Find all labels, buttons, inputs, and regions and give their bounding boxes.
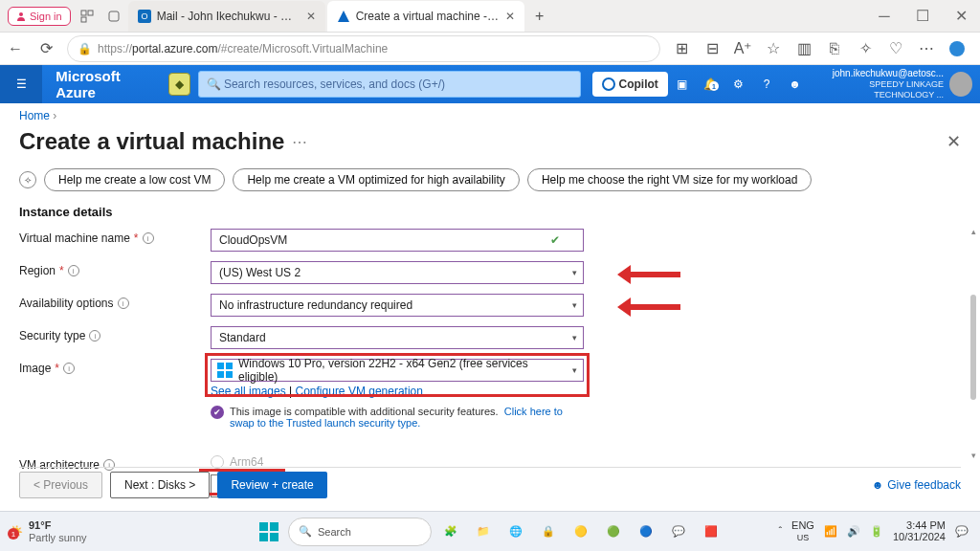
refresh-icon[interactable]: ⟳: [31, 33, 61, 64]
workspaces-icon[interactable]: [77, 6, 98, 27]
notifications-icon[interactable]: 🔔1: [696, 77, 724, 91]
address-bar[interactable]: 🔒 https://portal.azure.com/#create/Micro…: [67, 35, 660, 62]
close-window-icon[interactable]: ✕: [942, 0, 980, 33]
weather-widget[interactable]: ☀️ 91°F Partly sunny: [0, 519, 87, 542]
new-tab-button[interactable]: +: [526, 8, 553, 25]
feedback-icon[interactable]: ☻: [781, 77, 810, 91]
chip-vm-size[interactable]: Help me choose the right VM size for my …: [527, 168, 812, 191]
tab-label: Mail - John Ikechukwu - Outlook: [157, 10, 301, 23]
help-icon[interactable]: ?: [752, 77, 781, 91]
close-icon[interactable]: ✕: [505, 10, 515, 23]
split-icon[interactable]: ▥: [789, 33, 819, 64]
more-icon[interactable]: ⋯: [911, 33, 942, 64]
cloudshell-icon[interactable]: ▣: [668, 77, 697, 91]
tabactions-icon[interactable]: [103, 6, 124, 27]
tray-lang[interactable]: ENGUS: [791, 519, 814, 543]
security-select[interactable]: Standard ▾: [211, 326, 584, 349]
url-scheme: https://: [98, 42, 132, 55]
tray-wifi-icon[interactable]: 📶: [824, 525, 837, 538]
taskbar-chrome-icon[interactable]: 🟡: [568, 518, 594, 545]
copilot-edge-icon[interactable]: [942, 33, 972, 64]
region-select[interactable]: (US) West US 2 ▾: [211, 261, 584, 284]
annotation-arrow: [617, 294, 680, 317]
image-select[interactable]: Windows 10 Pro, version 22H2 - x64 Gen2 …: [211, 359, 584, 382]
favorite-icon[interactable]: ☆: [758, 33, 789, 64]
url-host: portal.azure.com: [132, 42, 217, 55]
next-button[interactable]: Next : Disks >: [110, 472, 210, 498]
back-icon[interactable]: ←: [0, 33, 31, 64]
account-menu[interactable]: john.ikechukwu@aetosc... SPEEDY LINKAGE …: [809, 68, 980, 100]
chevron-down-icon: ▾: [572, 300, 577, 310]
taskbar-app-3[interactable]: 🟢: [600, 518, 627, 545]
image-note: This image is compatible with additional…: [230, 406, 499, 417]
breadcrumb-home[interactable]: Home: [19, 109, 50, 122]
taskbar-edge-icon[interactable]: 🌐: [502, 518, 529, 545]
copilot-button[interactable]: Copilot: [592, 72, 668, 97]
maximize-icon[interactable]: ☐: [903, 0, 942, 33]
svg-rect-4: [109, 11, 119, 21]
svg-point-9: [603, 78, 614, 90]
scrollbar-thumb[interactable]: [970, 295, 976, 400]
settings-gear-icon[interactable]: ⚙: [724, 77, 753, 91]
taskbar-explorer-icon[interactable]: 📁: [470, 518, 497, 545]
wallet-icon[interactable]: ♡: [880, 33, 911, 64]
minimize-icon[interactable]: ─: [865, 0, 903, 33]
chip-low-cost[interactable]: Help me create a low cost VM: [44, 168, 225, 191]
info-icon[interactable]: i: [63, 363, 75, 374]
taskbar-app-1[interactable]: 🧩: [437, 518, 464, 545]
configure-vm-gen-link[interactable]: Configure VM generation: [296, 385, 423, 398]
browser-tab-azure[interactable]: Create a virtual machine - Micros ✕: [327, 1, 524, 32]
start-icon[interactable]: [256, 518, 282, 545]
svg-rect-2: [88, 11, 93, 15]
taskbar-app-2[interactable]: 🔒: [535, 518, 562, 545]
close-icon[interactable]: ✕: [306, 10, 316, 23]
region-label: Region: [19, 264, 56, 277]
give-feedback-link[interactable]: ☻ Give feedback: [872, 478, 961, 492]
collections-icon[interactable]: ⎘: [819, 33, 850, 64]
shopping-icon[interactable]: ⊞: [666, 33, 697, 64]
scroll-down-icon[interactable]: ▾: [968, 450, 979, 461]
info-icon[interactable]: i: [68, 265, 79, 276]
review-create-button[interactable]: Review + create: [217, 472, 326, 498]
vm-name-input[interactable]: CloudOpsVM ✔: [211, 229, 584, 252]
search-icon: 🔍: [207, 77, 221, 91]
info-icon[interactable]: i: [89, 330, 100, 342]
svg-rect-10: [217, 363, 224, 369]
brand-label[interactable]: Microsoft Azure: [42, 68, 168, 100]
tray-chevron-icon[interactable]: ˆ: [778, 525, 782, 537]
lock-icon: 🔒: [78, 42, 92, 55]
tray-notifications-icon[interactable]: 💬: [955, 525, 969, 538]
image-label: Image: [19, 362, 51, 375]
signin-button[interactable]: Sign in: [8, 7, 71, 26]
svg-point-0: [19, 12, 23, 16]
tray-volume-icon[interactable]: 🔊: [847, 525, 860, 538]
settings-icon[interactable]: ✧: [850, 33, 880, 64]
close-blade-icon[interactable]: ✕: [947, 131, 961, 152]
svg-rect-16: [259, 533, 268, 541]
more-actions-icon[interactable]: ⋯: [292, 133, 307, 151]
vm-name-label: Virtual machine name: [19, 231, 130, 245]
extensions-icon[interactable]: ⊟: [697, 33, 727, 64]
chip-high-avail[interactable]: Help me create a VM optimized for high a…: [233, 168, 519, 191]
avatar: [949, 72, 972, 97]
taskbar-app-4[interactable]: 🔵: [633, 518, 659, 545]
browser-tab-mail[interactable]: O Mail - John Ikechukwu - Outlook ✕: [128, 1, 325, 32]
taskbar-whatsapp-icon[interactable]: 💬: [665, 518, 692, 545]
hamburger-icon[interactable]: ☰: [0, 65, 42, 103]
azure-search-input[interactable]: 🔍 Search resources, services, and docs (…: [198, 71, 581, 98]
availability-select[interactable]: No infrastructure redundancy required ▾: [211, 294, 584, 317]
weather-desc: Partly sunny: [29, 532, 87, 543]
taskbar-app-5[interactable]: 🟥: [698, 518, 724, 545]
section-instance-details: Instance details: [19, 205, 961, 219]
info-icon[interactable]: i: [143, 232, 154, 244]
tray-clock[interactable]: 3:44 PM10/31/2024: [893, 519, 946, 542]
preview-icon[interactable]: ◆: [168, 73, 189, 96]
read-aloud-icon[interactable]: A⁺: [727, 33, 758, 64]
scroll-up-icon[interactable]: ▴: [968, 226, 979, 237]
tray-battery-icon[interactable]: 🔋: [870, 525, 883, 538]
see-all-images-link[interactable]: See all images: [211, 385, 286, 398]
windows-icon: [217, 363, 233, 378]
taskbar-search[interactable]: 🔍Search: [288, 518, 432, 546]
user-org: SPEEDY LINKAGE TECHNOLOGY ...: [809, 79, 944, 100]
info-icon[interactable]: i: [118, 298, 129, 309]
